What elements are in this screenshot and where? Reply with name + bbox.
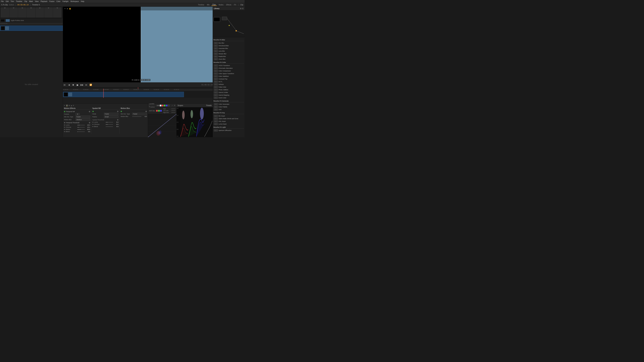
fx-dctl[interactable]: C DCTL [214, 80, 244, 83]
spatial-nr-enable[interactable] [92, 111, 94, 112]
menu-mark[interactable]: Mark [29, 1, 33, 2]
transport-to-start[interactable]: ⏮ [63, 84, 66, 86]
high-slider[interactable] [171, 109, 175, 109]
soft-clip-b[interactable] [160, 110, 162, 112]
motion-blur-reset[interactable] [146, 111, 147, 112]
fx-box-blur[interactable]: B Box Blur [214, 42, 244, 44]
transport-next-frame[interactable]: ▶▶ [80, 84, 84, 86]
menu-color[interactable]: Color [56, 1, 60, 2]
soft-clip-r[interactable] [156, 110, 158, 112]
preview-zoom-icon[interactable]: ⊕ [67, 8, 68, 10]
temporal-nr-reset[interactable] [89, 111, 90, 112]
curves-settings-btn[interactable]: ⚙ [174, 105, 175, 106]
menu-file[interactable]: File [1, 1, 4, 2]
playhead-bar[interactable] [63, 87, 213, 89]
menu-playback[interactable]: Playback [40, 1, 47, 2]
tab-clips[interactable]: Clips [212, 4, 216, 6]
effects-tool-5[interactable]: ↺ [73, 105, 74, 106]
menu-workspace[interactable]: Workspace [70, 1, 79, 2]
effects-tool-4[interactable]: ☁ [70, 105, 72, 106]
motion-blur-enable[interactable] [120, 111, 122, 112]
sp-chroma-slider[interactable] [106, 124, 113, 125]
chroma-slider[interactable] [77, 127, 85, 128]
sp-blend-slider[interactable] [106, 126, 113, 127]
mtn-est-dropdown[interactable]: Faster [76, 116, 90, 118]
low-soft-slider[interactable] [171, 110, 175, 111]
fx-gamut-mapping[interactable]: C Gamut Mapping [214, 94, 244, 97]
fx-zoom-blur[interactable]: B Zoom Blur [214, 58, 244, 61]
transport-play[interactable]: ▶ [76, 84, 79, 86]
motion-slider[interactable] [77, 129, 85, 130]
fx-invert-color[interactable]: C Invert Color [214, 97, 244, 99]
curves-extra-btn[interactable] [168, 105, 170, 106]
motion-blur-dropdown[interactable]: Medium [76, 119, 90, 121]
temporal-threshold-enable[interactable] [64, 122, 65, 123]
menu-timeline[interactable]: Timeline [16, 1, 22, 2]
fx-color-palette[interactable]: G Color Palette [214, 106, 244, 108]
tab-effects[interactable]: Effects [226, 4, 232, 6]
fx-mosaic-blur[interactable]: B Mosaic Blur [214, 53, 244, 55]
luma-slider[interactable] [77, 125, 85, 125]
transport-stop[interactable]: ⏹ [72, 84, 75, 86]
menu-fusion[interactable]: Fusion [50, 1, 54, 2]
fx-directional-blur[interactable]: B Directional Blur [214, 44, 244, 47]
menu-edit[interactable]: Edit [6, 1, 8, 2]
transport-loop[interactable]: 🔁 [89, 84, 92, 86]
transport-prev-frame[interactable]: ◀ [67, 84, 70, 86]
fx-color-space-transform[interactable]: C Color Space Transform [214, 72, 244, 75]
tab-nodes[interactable]: Nodes [218, 4, 224, 6]
timeline-clip[interactable] [63, 92, 184, 97]
fx-color-generator[interactable]: G Color Generator [214, 103, 244, 106]
library-grid-icon[interactable]: ⊞ [240, 8, 241, 10]
fx-bg-keyer[interactable]: K BG Keyer [214, 115, 244, 117]
sp-luma-slider[interactable] [106, 122, 113, 123]
high-soft-slider[interactable] [171, 112, 175, 113]
gallery-thumb-4[interactable] [27, 8, 35, 18]
effects-tool-3[interactable]: ⊕ [68, 105, 70, 106]
spatial-mode-dropdown[interactable]: Faster [104, 113, 118, 115]
fx-color-compressor[interactable]: C Color Compressor [214, 70, 244, 72]
fx-alpha-matte[interactable]: K Alpha Matte Shrink and Grow [214, 117, 244, 120]
menu-help[interactable]: Help [81, 1, 84, 2]
menu-clip[interactable]: Clip [24, 1, 27, 2]
library-list-icon[interactable]: ☰ [242, 8, 244, 10]
fx-dehaze[interactable]: C Dehaze [214, 83, 244, 86]
fx-photo-addition[interactable]: C Photo Addition [214, 88, 244, 91]
fx-gaussian-blur[interactable]: B Gaussian Blur [214, 47, 244, 50]
gallery-thumb-5[interactable] [36, 8, 44, 18]
transport-to-end[interactable]: ⏭ [85, 84, 88, 86]
fx-grid[interactable]: G Grid [214, 108, 244, 111]
temporal-threshold-reset[interactable] [89, 122, 90, 123]
fx-contrast-pop[interactable]: C Contrast Pop [214, 78, 244, 80]
curves-expand-btn[interactable]: ⤢ [172, 105, 173, 106]
preview-pen-icon[interactable]: ✏ [64, 8, 66, 10]
fx-luma-keyer[interactable]: K Luma Keyer [214, 123, 244, 125]
gallery-thumb-3[interactable] [18, 8, 26, 18]
effects-tool-2[interactable]: ⌛ [66, 105, 68, 106]
spatial-nr-reset[interactable] [117, 111, 118, 112]
tab-mix[interactable]: Mix [206, 4, 210, 6]
fx-aperture-diffraction[interactable]: L Aperture Diffraction [214, 129, 244, 132]
gallery-thumb-1[interactable] [1, 8, 9, 18]
fx-hsl-keyer[interactable]: K HSL Keyer [214, 120, 244, 123]
curves-b-btn[interactable] [166, 105, 168, 106]
curves-y-btn[interactable] [160, 105, 162, 106]
gallery-thumb-6[interactable] [44, 8, 53, 18]
menu-view[interactable]: View [35, 1, 39, 2]
spatial-radius-dropdown[interactable]: Small [104, 116, 118, 118]
fx-color-stabilizer[interactable]: C Color Stabilizer [214, 75, 244, 78]
gallery-thumb-7[interactable] [53, 8, 62, 18]
blend-slider[interactable] [77, 131, 85, 132]
curves-r-btn[interactable] [162, 105, 164, 106]
curves-g-btn[interactable] [164, 105, 166, 106]
menu-fairlight[interactable]: Fairlight [62, 1, 68, 2]
mb-mtn-est-dropdown[interactable]: Faster [132, 113, 147, 115]
gallery-thumb-2[interactable] [10, 8, 18, 18]
curves-canvas[interactable] [148, 114, 176, 137]
tab-fx[interactable]: FX [233, 4, 237, 6]
spatial-threshold-reset[interactable] [117, 119, 118, 121]
fx-lens-blur[interactable]: B Lens Blur [214, 50, 244, 53]
fx-gamut-limiter[interactable]: C Gamut Limiter [214, 91, 244, 94]
tab-timeline[interactable]: Timeline [197, 4, 205, 6]
fx-radial-blur[interactable]: B Radial Blur [214, 55, 244, 58]
